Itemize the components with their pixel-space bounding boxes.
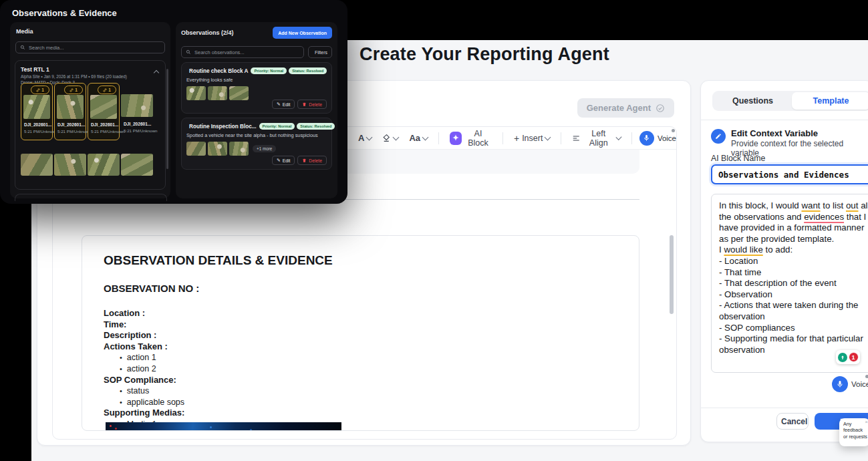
panel-voice-button[interactable]: Voice: [832, 376, 868, 392]
observations-search-input[interactable]: Search observations...: [181, 46, 304, 58]
media-filename: DJI_202601...: [57, 122, 85, 127]
editor-scrollbar-thumb[interactable]: [670, 235, 674, 314]
doc-action-item: •action 1: [104, 352, 184, 363]
grammar-assistant-widget[interactable]: 1: [836, 350, 860, 364]
media-group-card: Test RTL 1 Alpha Site • Jan 9, 2026 at 1…: [15, 60, 166, 190]
tab-template[interactable]: Template: [792, 92, 868, 110]
plus-icon: +: [514, 133, 519, 144]
text-color-button[interactable]: A: [355, 131, 375, 145]
observations-evidence-overlay: Observations & Evidence Media Search med…: [0, 0, 347, 204]
media-timestamp: 5:21 PM/Unknown: [91, 129, 125, 134]
next-media-group-edge: [15, 194, 167, 201]
media-group-meta: Alpha Site • Jan 9, 2026 at 1:31 PM • 69…: [21, 74, 160, 79]
link-icon: [36, 88, 40, 92]
delete-observation-button[interactable]: Delete: [297, 156, 327, 165]
media-thumbnail[interactable]: 1 DJI_202601... 5:21 PM/Unknown: [54, 83, 86, 140]
doc-heading: OBSERVATION DETAILS & EVIDENCE: [104, 253, 333, 268]
doc-body: Location : Time: Description : Actions T…: [104, 308, 184, 430]
aerial-photo: [121, 94, 153, 117]
observation-description: Spotted a vehicle near the site alpha - …: [186, 132, 327, 138]
doc-field-description: Description :: [104, 330, 184, 341]
observation-card[interactable]: Routine check Block A Priority: Normal S…: [181, 62, 332, 114]
section-title: Edit Context Variable: [731, 128, 818, 138]
observation-thumb[interactable]: [186, 142, 206, 156]
media-grid-row2: [21, 154, 153, 176]
context-textarea[interactable]: In this block, I would want to list out …: [711, 194, 868, 373]
media-timestamp: 5:21 PM/Unknown: [124, 128, 158, 133]
chevron-down-icon: [545, 134, 551, 140]
observation-thumb[interactable]: [229, 142, 249, 156]
media-filename: DJI_202601...: [24, 122, 51, 127]
media-grid-row1: 1 DJI_202601... 5:21 PM/Unknown 1 DJI_20…: [21, 83, 153, 140]
observation-card[interactable]: Routine Inspection Bloc... Priority: Nor…: [181, 118, 332, 170]
cancel-button[interactable]: Cancel: [776, 413, 809, 430]
feedback-text: Any feedback or requests: [843, 421, 867, 440]
link-count-badge: 1: [31, 86, 49, 94]
check-circle-icon: [656, 104, 665, 113]
ai-block-name-input[interactable]: [711, 164, 868, 184]
pencil-icon: ✎: [277, 158, 281, 163]
feedback-popup[interactable]: × Any feedback or requests: [839, 418, 868, 446]
doc-actions-label: Actions Taken :: [104, 341, 184, 353]
chevron-down-icon: [422, 134, 429, 140]
media-thumbnail[interactable]: [88, 154, 120, 176]
media-thumbnail[interactable]: 1 DJI_202601... 5:21 PM/Unknown: [21, 83, 53, 140]
toolbar-divider: [631, 132, 632, 144]
grammar-icon: [838, 353, 847, 362]
status-badge: Status: Resolved: [289, 67, 327, 74]
media-thumbnail[interactable]: 1 DJI_202601... 5:21 PM/Unknown: [88, 83, 120, 140]
tab-questions[interactable]: Questions: [714, 92, 792, 110]
priority-badge: Priority: Normal: [251, 67, 287, 74]
media-group-title: Test RTL 1: [21, 66, 160, 73]
ai-block-button[interactable]: ✦ AI Block: [446, 127, 495, 150]
trash-icon: [302, 158, 307, 163]
generate-agent-button[interactable]: Generate Agent: [577, 98, 674, 118]
font-style-button[interactable]: Aa: [406, 131, 431, 145]
toolbar-voice-button[interactable]: Voice: [639, 131, 676, 146]
ai-block-name-label: AI Block Name: [711, 154, 765, 163]
voice-label: Voice: [851, 380, 868, 388]
observations-header: Observations (2/4): [181, 29, 234, 36]
filters-button[interactable]: Filters: [308, 46, 332, 58]
status-badge: Status: Resolved: [297, 123, 335, 130]
add-new-observation-button[interactable]: Add New Observation: [273, 27, 332, 39]
observation-thumb[interactable]: [208, 142, 227, 156]
media-thumbnail[interactable]: [21, 154, 53, 176]
doc-action-item: •action 2: [104, 363, 184, 375]
media-search-placeholder: Search media...: [29, 45, 64, 51]
observation-thumb[interactable]: [208, 86, 227, 100]
toolbar-divider: [438, 132, 439, 144]
close-icon[interactable]: ×: [865, 419, 868, 426]
voice-status-dot: [865, 375, 868, 378]
observation-thumbnails: +1 more: [186, 142, 327, 156]
observation-thumb[interactable]: [186, 86, 206, 100]
screen: Create Your Reporting Agent Generate Age…: [0, 0, 868, 461]
panel-tabs: Questions Template: [712, 91, 868, 111]
context-variable-panel: Questions Template Edit Context Variable…: [700, 80, 868, 442]
doc-field-time: Time:: [104, 319, 184, 331]
media-thumbnail[interactable]: [54, 154, 86, 176]
delete-observation-button[interactable]: Delete: [297, 100, 327, 109]
paint-bucket-icon: [382, 134, 391, 142]
media-scrollbar-thumb[interactable]: [166, 69, 168, 169]
align-button[interactable]: Left Align: [569, 127, 624, 150]
font-style-icon: Aa: [409, 133, 420, 143]
aerial-photo: [90, 95, 117, 119]
insert-button[interactable]: + Insert: [511, 131, 553, 146]
edit-observation-button[interactable]: ✎ Edit: [272, 156, 295, 165]
media-section-label: Media: [16, 28, 33, 35]
media-thumbnail[interactable]: [121, 154, 153, 176]
more-media-pill[interactable]: +1 more: [253, 145, 276, 152]
highlight-color-button[interactable]: [379, 132, 402, 144]
observation-title: Routine check Block A: [189, 68, 248, 74]
report-template-page[interactable]: OBSERVATION DETAILS & EVIDENCE OBSERVATI…: [82, 235, 639, 431]
media-thumbnail[interactable]: DJI_202601... 5:21 PM/Unknown: [121, 83, 153, 140]
media-search-input[interactable]: Search media...: [15, 41, 165, 53]
media-timestamp: 5:21 PM/Unknown: [24, 129, 58, 134]
observation-thumb[interactable]: [229, 86, 249, 100]
ai-block-label: AI Block: [464, 129, 492, 148]
search-icon: [20, 45, 25, 50]
doc-field-location: Location :: [104, 308, 184, 319]
grammar-count-badge: 1: [849, 352, 859, 362]
edit-observation-button[interactable]: ✎ Edit: [272, 100, 295, 109]
